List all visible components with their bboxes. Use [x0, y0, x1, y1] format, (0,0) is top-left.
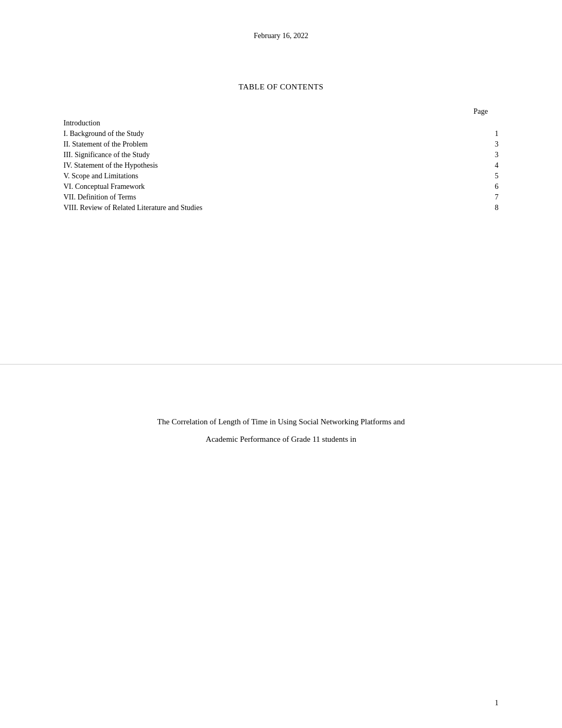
toc-table: IntroductionI. Background of the Study1I…: [64, 118, 498, 213]
toc-entry-label: Introduction: [64, 118, 477, 129]
toc-entry-page: 1: [477, 129, 498, 139]
toc-entry-page: 3: [477, 150, 498, 160]
toc-title: TABLE OF CONTENTS: [64, 83, 498, 92]
toc-entry-label: I. Background of the Study: [64, 129, 477, 139]
toc-entry-label: V. Scope and Limitations: [64, 171, 477, 181]
toc-page: February 16, 2022 TABLE OF CONTENTS Page…: [0, 0, 562, 364]
toc-row: I. Background of the Study1: [64, 129, 498, 139]
document-page: February 16, 2022 TABLE OF CONTENTS Page…: [0, 0, 562, 728]
date-line: February 16, 2022: [64, 32, 498, 40]
toc-header-row: Page: [64, 107, 498, 116]
content-page: 1 The Correlation of Length of Time in U…: [0, 365, 562, 728]
toc-entry-label: II. Statement of the Problem: [64, 139, 477, 150]
toc-row: VII. Definition of Terms7: [64, 192, 498, 203]
date-text: February 16, 2022: [253, 32, 308, 40]
title-line2: Academic Performance of Grade 11 student…: [64, 435, 498, 444]
toc-row: II. Statement of the Problem3: [64, 139, 498, 150]
toc-row: IV. Statement of the Hypothesis4: [64, 160, 498, 171]
toc-entry-page: [477, 118, 498, 129]
title-section: The Correlation of Length of Time in Usi…: [64, 417, 498, 444]
page-number: 1: [495, 699, 498, 707]
toc-entry-page: 5: [477, 171, 498, 181]
title-line1: The Correlation of Length of Time in Usi…: [64, 417, 498, 426]
toc-row: III. Significance of the Study3: [64, 150, 498, 160]
toc-entry-label: VIII. Review of Related Literature and S…: [64, 203, 477, 213]
toc-row: Introduction: [64, 118, 498, 129]
toc-entry-label: VII. Definition of Terms: [64, 192, 477, 203]
toc-row: VIII. Review of Related Literature and S…: [64, 203, 498, 213]
toc-entry-page: 7: [477, 192, 498, 203]
toc-row: V. Scope and Limitations5: [64, 171, 498, 181]
toc-entry-page: 4: [477, 160, 498, 171]
toc-entry-label: IV. Statement of the Hypothesis: [64, 160, 477, 171]
toc-entry-page: 8: [477, 203, 498, 213]
toc-row: VI. Conceptual Framework6: [64, 181, 498, 192]
toc-entry-page: 6: [477, 181, 498, 192]
toc-entry-page: 3: [477, 139, 498, 150]
toc-entry-label: III. Significance of the Study: [64, 150, 477, 160]
toc-page-header: Page: [474, 107, 488, 116]
toc-entry-label: VI. Conceptual Framework: [64, 181, 477, 192]
